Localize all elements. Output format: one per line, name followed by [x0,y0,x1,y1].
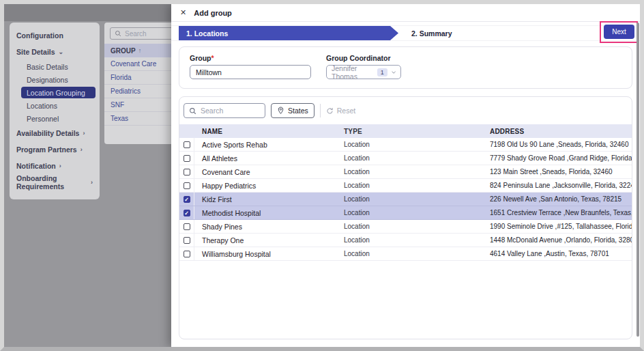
sidebar-item-label: Availability Details [16,129,79,137]
checkbox-unchecked-icon[interactable] [184,141,190,148]
checkbox-unchecked-icon[interactable] [184,169,190,176]
row-type: Location [344,141,490,148]
row-name: Shady Pines [194,223,344,231]
row-type: Location [344,236,490,244]
group-name: Covenant Care [111,60,156,68]
locations-table: NAME TYPE ADDRESS Active Sports RehabLoc… [179,124,632,261]
table-row[interactable]: Covenant CareLocation123 Main Street ,Sn… [179,165,632,179]
row-address: 123 Main Street ,Sneads, Florida, 32460 [490,168,632,176]
sidebar-item-designations[interactable]: Designations [10,73,100,86]
chevron-right-icon: › [83,130,85,137]
sidebar-item-availability-details[interactable]: Availability Details› [10,125,100,141]
row-checkbox-cell [179,220,194,233]
checkbox-checked-icon[interactable]: ✓ [184,196,190,203]
row-name: Happy Pediatrics [194,182,344,190]
row-address: 1448 McDonald Avenue ,Orlando, Florida, … [490,236,632,244]
table-row[interactable]: All AthletesLocation7779 Shady Grove Roa… [179,152,632,165]
header-type[interactable]: TYPE [344,128,490,135]
chevron-right-icon: › [80,146,83,153]
sidebar-item-label: Site Details [16,48,55,56]
table-row[interactable]: Happy PediatricsLocation824 Peninsula La… [179,179,632,193]
sidebar-item-locations[interactable]: Locations [10,99,100,112]
row-checkbox-cell [179,247,194,260]
sidebar-item-location-grouping[interactable]: Location Grouping [21,87,96,98]
table-row[interactable]: Active Sports RehabLocation7198 Old Us 9… [179,138,632,152]
row-name: Kidz First [194,195,344,203]
checkbox-checked-icon[interactable]: ✓ [184,210,190,216]
row-checkbox-cell [179,234,194,247]
locations-search-input[interactable] [201,107,255,115]
group-name: Texas [111,115,128,122]
sidebar-item-site-details[interactable]: Site Details⌄ [10,44,100,60]
coordinator-value: Jennifer Thomas [332,64,373,81]
locations-table-header: NAME TYPE ADDRESS [179,124,632,138]
table-row[interactable]: ✓Kidz FirstLocation226 Newell Ave ,San A… [179,193,632,206]
header-name[interactable]: NAME [194,128,344,135]
locations-search-field[interactable] [184,103,265,118]
sidebar-item-label: Program Partners [16,145,77,154]
group-field-label: Group* [190,54,214,62]
checkbox-unchecked-icon[interactable] [184,182,190,189]
header-address[interactable]: ADDRESS [490,128,632,135]
location-pin-icon [277,107,284,115]
checkbox-unchecked-icon[interactable] [184,223,190,230]
row-address: 1990 Seminole Drive ,#125, Tallahassee, … [490,223,632,230]
row-name: Williamsburg Hospital [194,250,344,258]
sidebar-item-label: Configuration [16,31,63,40]
group-name: Florida [111,74,132,81]
row-address: 4614 Valley Lane ,Austin, Texas, 78701 [490,250,632,257]
row-address: 1651 Crestview Terrace ,New Braunfels, T… [490,209,632,216]
row-checkbox-cell [179,165,194,178]
group-name-input[interactable] [190,65,311,79]
checkbox-unchecked-icon[interactable] [184,251,190,257]
row-address: 7198 Old Us 90 Lane ,Sneads, Florida, 32… [490,141,632,148]
row-type: Location [344,168,490,176]
sidebar-item-label: Basic Details [27,63,68,71]
header-checkbox-cell [179,124,194,138]
sidebar-item-notification[interactable]: Notification› [10,158,100,174]
row-checkbox-cell [179,152,194,165]
sidebar-item-label: Location Grouping [27,89,85,97]
stepper: 1. Locations 2. Summary [171,25,640,41]
row-address: 824 Peninsula Lane ,Jacksonville, Florid… [490,182,632,189]
sidebar-item-program-partners[interactable]: Program Partners› [10,141,100,158]
chevron-down-icon [392,70,396,74]
close-icon[interactable]: ✕ [180,8,186,17]
row-checkbox-cell: ✓ [179,206,194,219]
sidebar-item-label: Notification [16,162,56,170]
coordinator-field-label: Group Coordinator [326,54,391,62]
checkbox-unchecked-icon[interactable] [184,237,190,244]
toolbar-divider [320,104,321,117]
coordinator-select[interactable]: Jennifer Thomas 1 [326,65,401,79]
table-row[interactable]: Williamsburg HospitalLocation4614 Valley… [179,247,632,261]
sidebar-item-basic-details[interactable]: Basic Details [10,60,100,73]
row-address: 7779 Shady Grove Road ,Grand Ridge, Flor… [490,154,632,162]
row-type: Location [344,209,490,216]
table-row[interactable]: Therapy OneLocation1448 McDonald Avenue … [179,234,632,247]
row-checkbox-cell [179,138,194,151]
table-row[interactable]: Shady PinesLocation1990 Seminole Drive ,… [179,220,632,234]
sidebar-item-label: Designations [27,76,68,84]
row-address: 226 Newell Ave ,San Antonio, Texas, 7821… [490,195,632,203]
sidebar-item-personnel[interactable]: Personnel [10,112,100,125]
chevron-down-icon: ⌄ [59,48,64,55]
chevron-right-icon: › [91,179,93,186]
table-row[interactable]: ✓Methodist HospitalLocation1651 Crestvie… [179,206,632,220]
groups-search-input[interactable]: Search [110,27,181,40]
group-name: SNF [111,101,124,109]
row-name: Therapy One [194,236,344,244]
sidebar-item-onboarding-requirements[interactable]: Onboarding Requirements› [10,174,100,191]
row-checkbox-cell [179,179,194,192]
step-summary[interactable]: 2. Summary [411,29,452,38]
row-name: All Athletes [194,154,344,163]
checkbox-unchecked-icon[interactable] [184,155,190,162]
row-name: Active Sports Rehab [194,141,344,149]
step-locations[interactable]: 1. Locations [179,26,398,40]
modal-scrollbar[interactable] [636,23,639,337]
reset-button[interactable]: Reset [326,107,355,115]
row-type: Location [344,250,490,257]
states-filter-button[interactable]: States [271,103,314,118]
reset-refresh-icon [326,107,334,115]
sidebar-item-configuration[interactable]: Configuration [10,27,100,44]
next-button[interactable]: Next [604,25,634,39]
